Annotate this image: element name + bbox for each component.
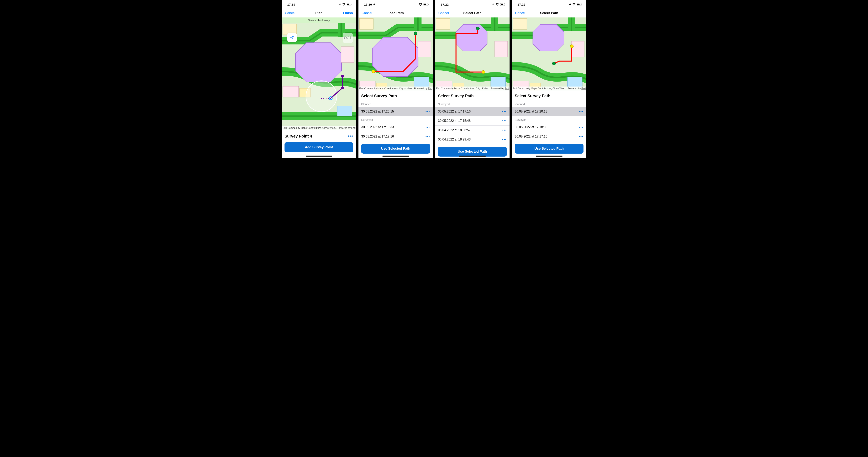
- path-row-more-button[interactable]: •••: [502, 110, 507, 113]
- path-row-label: 30.05.2022 at 17:17:16: [438, 110, 471, 113]
- path-row-label: 30.05.2022 at 17:17:16: [361, 135, 394, 138]
- path-list-surveyed: 30.05.2022 at 17:18:33 ••• 30.05.2022 at…: [512, 123, 586, 141]
- attribution-text: Esri Community Maps Contributors, City o…: [513, 87, 568, 90]
- svg-rect-34: [491, 77, 505, 87]
- path-list-planned: 30.05.2022 at 17:20:15 •••: [359, 107, 433, 116]
- status-bar: 17:22 .ıl: [435, 0, 509, 9]
- nav-bar: Cancel Select Path: [512, 9, 586, 18]
- path-row-more-button[interactable]: •••: [426, 110, 430, 113]
- path-row[interactable]: 30.05.2022 at 17:15:48 •••: [435, 116, 509, 125]
- use-selected-path-button[interactable]: Use Selected Path: [515, 144, 584, 153]
- path-list-surveyed: 30.05.2022 at 17:17:16 ••• 30.05.2022 at…: [435, 107, 509, 144]
- path-list-surveyed: 30.05.2022 at 17:18:33 ••• 30.05.2022 at…: [359, 123, 433, 141]
- path-row[interactable]: 30.05.2022 at 17:17:16 •••: [512, 132, 586, 141]
- cell-signal-icon: .ıl: [492, 3, 494, 6]
- svg-rect-17: [428, 4, 429, 5]
- path-row[interactable]: 30.05.2022 at 17:20:15 •••: [359, 107, 433, 116]
- esri-link[interactable]: Esri: [504, 87, 509, 90]
- svg-point-49: [570, 45, 574, 48]
- path-row-more-button[interactable]: •••: [579, 135, 584, 138]
- survey-point-more-button[interactable]: •••: [347, 134, 353, 139]
- nav-bar: Cancel Load Path: [359, 9, 433, 18]
- svg-rect-1: [347, 4, 349, 5]
- path-row[interactable]: 30.05.2022 at 17:20:15 •••: [512, 107, 586, 116]
- attribution-text: Esri Community Maps Contributors, City o…: [436, 87, 491, 90]
- path-row-label: 30.05.2022 at 17:20:15: [515, 110, 548, 113]
- esri-link[interactable]: Esri: [428, 87, 432, 90]
- phone-screen-1: 17:19 .ıl Cancel Plan Finish Sensor chec…: [282, 0, 356, 158]
- floor-selector-button[interactable]: OG1: [343, 33, 353, 43]
- esri-link[interactable]: Esri: [351, 126, 355, 130]
- svg-rect-23: [418, 41, 431, 57]
- svg-rect-24: [360, 19, 373, 29]
- survey-path-panel: Select Survey PathSurveyed 30.05.2022 at…: [435, 90, 509, 158]
- survey-path-panel: Select Survey PathPlanned 30.05.2022 at …: [359, 90, 433, 158]
- path-row[interactable]: 30.05.2022 at 17:17:16 •••: [359, 132, 433, 141]
- path-row-more-button[interactable]: •••: [579, 110, 584, 113]
- svg-marker-4: [296, 42, 341, 82]
- panel-title: Select Survey Path: [435, 90, 509, 101]
- nav-cancel-button[interactable]: Cancel: [515, 11, 527, 15]
- svg-rect-8: [341, 47, 354, 62]
- nav-cancel-button[interactable]: Cancel: [438, 11, 450, 15]
- svg-point-50: [552, 62, 556, 65]
- svg-rect-16: [424, 4, 426, 5]
- status-bar: 17:22 .ıl: [512, 0, 586, 9]
- path-row[interactable]: 30.05.2022 at 17:18:33 •••: [512, 123, 586, 132]
- path-row[interactable]: 30.05.2022 at 17:18:33 •••: [359, 123, 433, 132]
- wifi-icon: [495, 3, 499, 6]
- survey-path-panel: Select Survey PathPlanned 30.05.2022 at …: [512, 90, 586, 158]
- status-time: 17:22: [441, 3, 449, 6]
- path-row-more-button[interactable]: •••: [502, 138, 507, 141]
- cell-signal-icon: .ıl: [415, 3, 417, 6]
- section-header-surveyed: Surveyed: [512, 116, 586, 123]
- map-attribution: Esri Community Maps Contributors, City o…: [282, 126, 356, 130]
- phone-screen-2: 17:20 .ıl Cancel Load Path: [359, 0, 433, 158]
- panel-title: Select Survey Path: [359, 90, 433, 101]
- svg-marker-31: [456, 24, 487, 51]
- floorplan-map[interactable]: [435, 18, 509, 90]
- path-row-more-button[interactable]: •••: [426, 125, 430, 129]
- svg-point-26: [414, 32, 417, 35]
- path-row-more-button[interactable]: •••: [502, 119, 507, 123]
- path-row-more-button[interactable]: •••: [502, 128, 507, 132]
- map-attribution: Esri Community Maps Contributors, City o…: [435, 87, 509, 90]
- path-row[interactable]: 06.04.2022 at 18:29:43 •••: [435, 135, 509, 144]
- use-selected-path-button[interactable]: Use Selected Path: [361, 144, 430, 153]
- esri-link[interactable]: Esri: [581, 87, 586, 90]
- path-row[interactable]: 30.05.2022 at 17:17:16 •••: [435, 107, 509, 116]
- svg-rect-47: [571, 41, 584, 57]
- path-row-more-button[interactable]: •••: [426, 135, 430, 138]
- section-header-planned: Planned: [512, 101, 586, 107]
- floorplan-map[interactable]: [359, 18, 433, 90]
- floorplan-map[interactable]: [512, 18, 586, 90]
- powered-by: Powered by Esri: [568, 87, 586, 90]
- wifi-icon: [419, 3, 422, 6]
- nav-bar: Cancel Plan Finish: [282, 9, 356, 18]
- nav-cancel-button[interactable]: Cancel: [285, 11, 297, 15]
- status-bar: 17:19 .ıl: [282, 0, 356, 9]
- status-time: 17:19: [287, 3, 295, 6]
- nav-cancel-button[interactable]: Cancel: [362, 11, 374, 15]
- phone-screen-3: 17:22 .ıl Cancel Select Path: [435, 0, 509, 158]
- svg-marker-19: [372, 37, 418, 77]
- path-row-more-button[interactable]: •••: [579, 125, 584, 129]
- nav-finish-button[interactable]: Finish: [341, 11, 353, 15]
- path-row-label: 30.05.2022 at 17:17:16: [515, 135, 548, 138]
- section-header-planned: Planned: [359, 101, 433, 107]
- attribution-text: Esri Community Maps Contributors, City o…: [282, 126, 337, 130]
- add-survey-point-button[interactable]: Add Survey Point: [284, 142, 353, 152]
- map-attribution: Esri Community Maps Contributors, City o…: [512, 87, 586, 90]
- path-row-label: 30.05.2022 at 17:20:15: [361, 110, 394, 113]
- svg-rect-2: [351, 4, 352, 5]
- path-row[interactable]: 06.04.2022 at 18:56:57 •••: [435, 125, 509, 135]
- svg-rect-28: [501, 4, 503, 5]
- use-selected-path-button[interactable]: Use Selected Path: [438, 147, 507, 156]
- svg-point-37: [482, 70, 485, 74]
- home-indicator: [459, 155, 486, 156]
- path-row-label: 30.05.2022 at 17:18:33: [361, 125, 394, 129]
- powered-by: Powered by Esri: [491, 87, 509, 90]
- svg-point-38: [476, 27, 479, 30]
- svg-rect-48: [513, 19, 527, 29]
- locate-button[interactable]: [287, 33, 297, 42]
